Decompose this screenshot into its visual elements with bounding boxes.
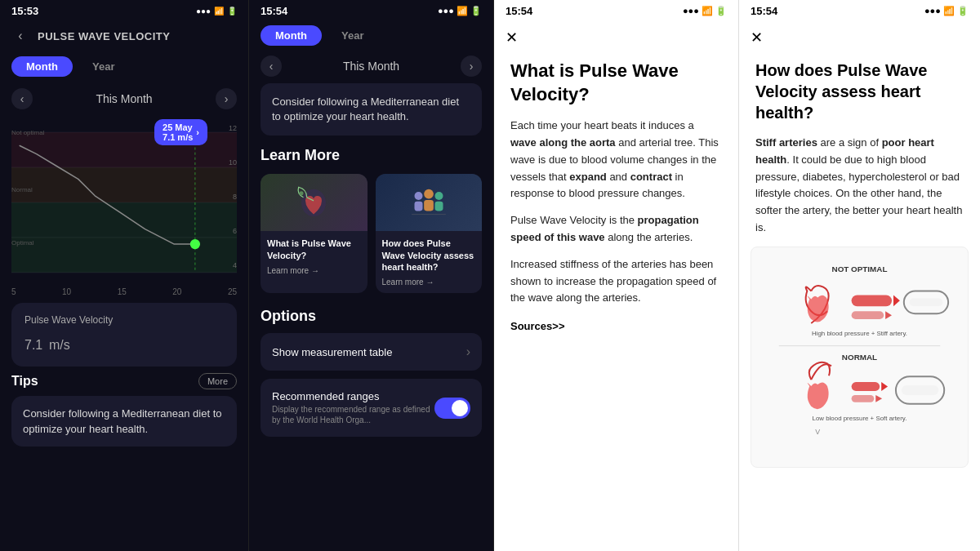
signal-icon: ●●● <box>196 7 211 16</box>
tab-month-2[interactable]: Month <box>261 25 322 46</box>
battery-icon: 🔋 <box>227 7 237 16</box>
low-bp-label: Low blood pressure + Soft artery. <box>813 414 907 421</box>
panel-article-2: 15:54 ●●● 📶 🔋 ✕ How does Pulse Wave Velo… <box>739 0 980 551</box>
more-button[interactable]: More <box>198 373 237 389</box>
period-label-2: This Month <box>343 60 399 73</box>
svg-point-15 <box>424 189 434 199</box>
battery-icon-4: 🔋 <box>957 6 969 16</box>
y-label-12: 12 <box>229 124 237 132</box>
learn-card-1[interactable]: What is Pulse Wave Velocity? Learn more … <box>261 174 368 293</box>
status-bar-2: 15:54 ●●● 📶 🔋 <box>249 0 493 22</box>
bold-contract: contract <box>630 171 672 183</box>
back-button[interactable]: ‹ <box>11 27 29 45</box>
metric-label: Pulse Wave Velocity <box>24 314 224 326</box>
article-para-3: Increased stiffness of the arteries has … <box>510 256 722 307</box>
tab-month-1[interactable]: Month <box>11 56 73 77</box>
show-table-option[interactable]: Show measurement table › <box>261 333 482 371</box>
tip-card-1: Consider following a Mediterranean diet … <box>11 396 237 447</box>
tip-text-1: Consider following a Mediterranean diet … <box>23 407 222 435</box>
article-para-4: Stiff arteries are a sign of poor heart … <box>755 135 964 237</box>
bold-expand: expand <box>569 171 607 183</box>
prev-period-btn-2[interactable]: ‹ <box>261 56 282 77</box>
signal-icon-2: ●●● <box>438 6 454 16</box>
status-icons-3: ●●● 📶 🔋 <box>683 6 727 16</box>
card-title-2: How does Pulse Wave Velocity assess hear… <box>382 238 476 273</box>
tab-year-1[interactable]: Year <box>78 56 129 77</box>
time-3: 15:54 <box>506 5 532 17</box>
tips-section: Tips More Consider following a Mediterra… <box>11 373 237 447</box>
status-icons-1: ●●● 📶 🔋 <box>196 7 237 16</box>
people-illustration <box>408 182 449 223</box>
y-label-4: 4 <box>233 261 237 269</box>
zone-normal: Normal <box>11 186 56 193</box>
card-img-2 <box>376 174 483 231</box>
card-link-2[interactable]: Learn more → <box>382 278 476 287</box>
article-para-2: Pulse Wave Velocity is the propagation s… <box>510 212 722 247</box>
status-icons-2: ●●● 📶 🔋 <box>438 6 482 16</box>
learn-card-2[interactable]: How does Pulse Wave Velocity assess hear… <box>376 174 483 293</box>
svg-rect-25 <box>910 298 942 306</box>
recommended-ranges-toggle[interactable] <box>434 398 470 419</box>
panel-detail: 15:54 ●●● 📶 🔋 Month Year ‹ This Month › … <box>249 0 494 551</box>
time-1: 15:53 <box>11 5 38 17</box>
svg-rect-20 <box>852 295 892 306</box>
metric-value: 7.1 m/s <box>24 329 224 355</box>
chart-nav-2: ‹ This Month › <box>249 52 493 83</box>
aorta-diagram-svg: NOT OPTIMAL High blood pressure + Stiff … <box>763 259 956 452</box>
card-link-1[interactable]: Learn more → <box>267 266 361 275</box>
article-body-2: Stiff arteries are a sign of poor heart … <box>739 135 980 237</box>
tooltip-value: 7.1 m/s <box>163 132 193 142</box>
learn-cards: What is Pulse Wave Velocity? Learn more … <box>249 174 493 304</box>
card-body-2: How does Pulse Wave Velocity assess hear… <box>376 231 483 293</box>
battery-icon-2: 🔋 <box>470 6 482 16</box>
svg-rect-18 <box>434 202 443 211</box>
wifi-icon-2: 📶 <box>457 6 468 16</box>
recommended-ranges-option: Recommended ranges Display the recommend… <box>261 379 482 437</box>
status-bar-3: 15:54 ●●● 📶 🔋 <box>494 0 738 22</box>
options-title: Options <box>249 304 493 333</box>
prev-period-btn[interactable]: ‹ <box>11 88 33 109</box>
signal-icon-4: ●●● <box>924 6 941 16</box>
tips-header: Tips More <box>11 373 237 389</box>
panel-article-1: 15:54 ●●● 📶 🔋 ✕ What is Pulse Wave Veloc… <box>494 0 739 551</box>
svg-marker-28 <box>881 382 888 391</box>
next-period-btn[interactable]: › <box>216 88 237 109</box>
y-label-8: 8 <box>233 193 237 201</box>
bold-wave: wave along the aorta <box>510 136 616 149</box>
svg-rect-6 <box>11 167 237 202</box>
status-icons-4: ●●● 📶 🔋 <box>924 6 969 16</box>
show-table-label: Show measurement table <box>272 346 392 358</box>
svg-point-13 <box>414 192 422 200</box>
value-card-1: Pulse Wave Velocity 7.1 m/s <box>11 303 237 367</box>
article-title-1: What is Pulse Wave Velocity? <box>494 53 738 118</box>
recommended-ranges-left: Recommended ranges Display the recommend… <box>272 390 434 425</box>
tab-year-2[interactable]: Year <box>327 25 378 46</box>
wifi-icon-4: 📶 <box>943 6 955 16</box>
chart-nav-1: ‹ This Month › <box>0 85 248 113</box>
aorta-diagram-container: NOT OPTIMAL High blood pressure + Stiff … <box>751 247 969 468</box>
wifi-icon: 📶 <box>214 7 224 16</box>
chart-tooltip[interactable]: 25 May 7.1 m/s › <box>154 119 207 145</box>
svg-point-11 <box>300 192 304 196</box>
sources-link[interactable]: Sources>> <box>494 317 738 332</box>
chart-container-1: Not optimal Normal Optimal 12 10 8 6 4 2… <box>0 113 248 292</box>
time-4: 15:54 <box>751 5 777 17</box>
article-title-2: How does Pulse Wave Velocity assess hear… <box>739 53 980 135</box>
header-1: ‹ PULSE WAVE VELOCITY <box>0 22 248 53</box>
article-para-1: Each time your heart beats it induces a … <box>510 118 722 202</box>
close-button-2[interactable]: ✕ <box>739 22 980 53</box>
svg-rect-32 <box>902 385 938 395</box>
tab-row-2: Month Year <box>249 22 493 52</box>
metric-unit: m/s <box>49 338 70 352</box>
status-bar-1: 15:53 ●●● 📶 🔋 <box>0 0 248 22</box>
zone-not-optimal: Not optimal <box>11 129 56 136</box>
next-period-btn-2[interactable]: › <box>461 56 482 77</box>
y-label-10: 10 <box>229 158 237 167</box>
svg-rect-7 <box>11 202 237 273</box>
svg-rect-16 <box>424 200 434 211</box>
svg-marker-21 <box>893 295 900 306</box>
card-img-1 <box>261 174 368 231</box>
tip-card-2: Consider following a Mediterranean diet … <box>261 83 482 136</box>
period-label-1: This Month <box>96 92 152 105</box>
close-button-1[interactable]: ✕ <box>494 22 738 53</box>
